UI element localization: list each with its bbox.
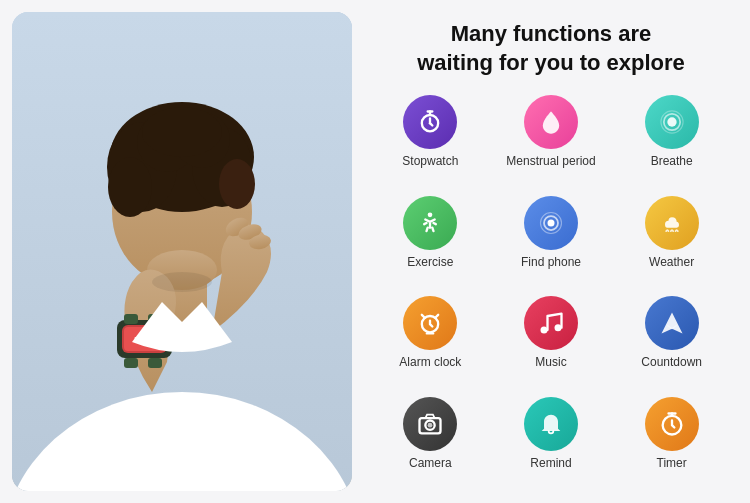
function-item-alarm: Alarm clock <box>372 296 489 386</box>
exercise-icon <box>403 196 457 250</box>
function-item-exercise: Exercise <box>372 196 489 286</box>
timer-icon <box>645 397 699 451</box>
weather-label: Weather <box>649 255 694 269</box>
svg-point-9 <box>142 107 222 157</box>
function-item-camera: Camera <box>372 397 489 487</box>
function-item-findphone: Find phone <box>493 196 610 286</box>
timer-label: Timer <box>657 456 687 470</box>
stopwatch-icon <box>403 95 457 149</box>
right-panel: Many functions are waiting for you to ex… <box>352 0 750 503</box>
function-item-remind: Remind <box>493 397 610 487</box>
function-item-menstrual: Menstrual period <box>493 95 610 185</box>
music-icon <box>524 296 578 350</box>
findphone-icon <box>524 196 578 250</box>
person-photo: 10:25 <box>12 12 352 491</box>
function-item-breathe: Breathe <box>613 95 730 185</box>
functions-grid: Stopwatch Menstrual period Breathe Exerc… <box>372 95 730 487</box>
svg-point-27 <box>667 118 676 127</box>
function-item-weather: Weather <box>613 196 730 286</box>
exercise-label: Exercise <box>407 255 453 269</box>
svg-rect-20 <box>124 314 138 324</box>
function-item-music: Music <box>493 296 610 386</box>
svg-point-37 <box>554 324 561 331</box>
svg-point-10 <box>108 157 152 217</box>
camera-label: Camera <box>409 456 452 470</box>
music-label: Music <box>535 355 566 369</box>
alarm-label: Alarm clock <box>399 355 461 369</box>
svg-point-40 <box>428 422 433 427</box>
function-item-timer: Timer <box>613 397 730 487</box>
svg-rect-23 <box>148 358 162 368</box>
camera-icon <box>403 397 457 451</box>
countdown-label: Countdown <box>641 355 702 369</box>
svg-point-36 <box>540 327 547 334</box>
breathe-label: Breathe <box>651 154 693 168</box>
svg-point-26 <box>429 122 431 124</box>
function-item-stopwatch: Stopwatch <box>372 95 489 185</box>
main-title: Many functions are waiting for you to ex… <box>372 20 730 77</box>
remind-icon <box>524 397 578 451</box>
svg-point-24 <box>152 272 212 292</box>
countdown-icon <box>645 296 699 350</box>
menstrual-label: Menstrual period <box>506 154 595 168</box>
alarm-icon <box>403 296 457 350</box>
svg-point-34 <box>550 221 552 223</box>
menstrual-icon <box>524 95 578 149</box>
remind-label: Remind <box>530 456 571 470</box>
breathe-icon <box>645 95 699 149</box>
function-item-countdown: Countdown <box>613 296 730 386</box>
svg-point-30 <box>428 212 433 217</box>
stopwatch-label: Stopwatch <box>402 154 458 168</box>
svg-point-11 <box>219 159 255 209</box>
svg-rect-22 <box>124 358 138 368</box>
weather-icon <box>645 196 699 250</box>
findphone-label: Find phone <box>521 255 581 269</box>
